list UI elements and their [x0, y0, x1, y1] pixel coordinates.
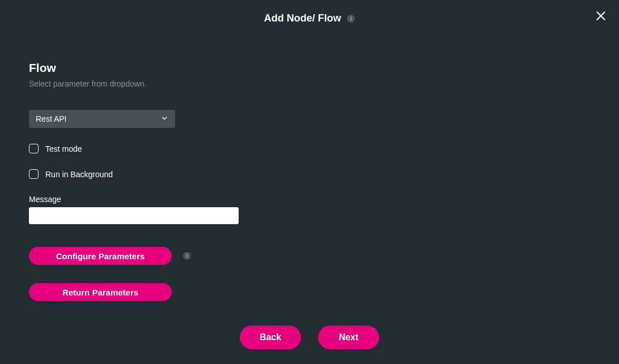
test-mode-checkbox[interactable] [29, 144, 39, 153]
message-label: Message [29, 195, 267, 204]
modal-header: Add Node/ Flow i [0, 12, 619, 24]
dropdown-selected-label: Rest API [36, 114, 66, 123]
modal-title: Add Node/ Flow [264, 12, 341, 24]
configure-row: Configure Parameters i [29, 247, 267, 265]
test-mode-row: Test mode [29, 144, 267, 153]
section-title: Flow [29, 61, 267, 75]
chevron-down-icon [160, 114, 168, 124]
run-background-row: Run in Background [29, 169, 267, 179]
modal-footer: Back Next [0, 326, 619, 349]
back-button[interactable]: Back [240, 326, 301, 349]
close-icon [595, 10, 607, 24]
return-parameters-button[interactable]: Return Parameters [29, 283, 172, 301]
next-button[interactable]: Next [318, 326, 379, 349]
run-background-label: Run in Background [45, 170, 113, 179]
section-subtitle: Select parameter from dropdown. [29, 79, 267, 88]
run-background-checkbox[interactable] [29, 169, 39, 179]
add-node-flow-modal: Add Node/ Flow i Flow Select parameter f… [0, 0, 619, 364]
info-icon[interactable]: i [183, 252, 191, 260]
configure-parameters-button[interactable]: Configure Parameters [29, 247, 172, 265]
modal-content: Flow Select parameter from dropdown. Res… [29, 61, 267, 319]
message-input[interactable] [29, 207, 239, 224]
flow-type-dropdown[interactable]: Rest API [29, 110, 175, 128]
test-mode-label: Test mode [45, 144, 82, 153]
return-row: Return Parameters [29, 283, 267, 301]
info-icon[interactable]: i [347, 15, 355, 23]
close-button[interactable] [593, 9, 609, 25]
